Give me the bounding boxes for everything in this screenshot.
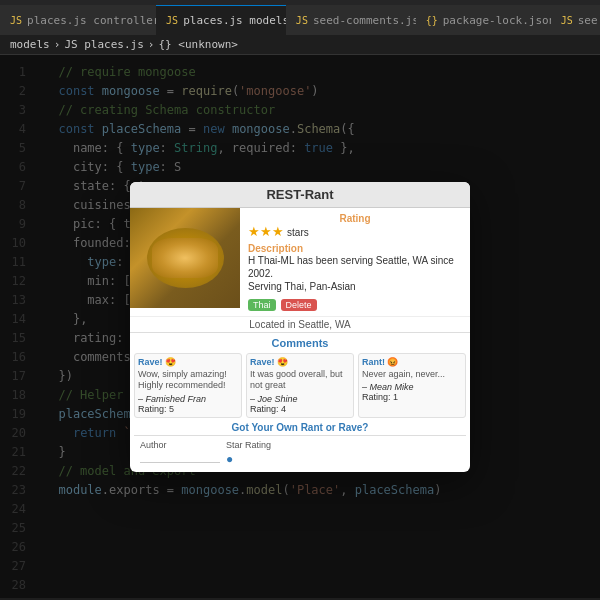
comment-rating: Rating: 4 [250,404,350,414]
breadcrumb-part: models [10,38,50,51]
comment-rating: Rating: 1 [362,392,462,402]
comments-section: Comments Rave! 😍 Wow, simply amazing! Hi… [130,332,470,472]
comments-row: Rave! 😍 Wow, simply amazing! Highly reco… [134,353,466,418]
author-field: Author [140,440,220,466]
tab-package-lock[interactable]: {} package-lock.json ✕ [416,5,551,35]
tab-label: places.js controllers [27,14,166,27]
modal-info: Rating ★★★ stars Description H Thai-ML h… [240,208,470,316]
tag-thai[interactable]: Thai [248,299,276,311]
star-rating-label: Star Rating [226,440,271,450]
js-icon: JS [166,15,178,26]
js-icon: JS [296,15,308,26]
tags-row: Thai Delete [248,296,462,311]
stars-display: ★★★ stars [248,224,462,239]
comment-text: Never again, never... [362,369,462,381]
comment-header: Rave! 😍 [250,357,350,367]
comment-label: Comment [140,470,460,472]
comment-text: Wow, simply amazing! Highly recommended! [138,369,238,392]
author-label: Author [140,440,220,450]
comment-author: – Famished Fran [138,394,238,404]
comment-card-3: Rant! 😡 Never again, never... – Mean Mik… [358,353,466,418]
rating-label: Rating [248,213,462,224]
comment-card-1: Rave! 😍 Wow, simply amazing! Highly reco… [134,353,242,418]
tag-delete[interactable]: Delete [281,299,317,311]
cuisine-text: Serving Thai, Pan-Asian [248,280,462,293]
location-text: Located in Seattle, WA [130,316,470,332]
modal: REST-Rant Rating ★★★ stars Description H… [130,182,470,472]
breadcrumb-part: {} <unknown> [158,38,237,51]
add-comment-section: Author Star Rating ● Comment Add Comment [134,435,466,472]
tab-label: seed-comments.js [313,14,419,27]
description-text: H Thai-ML has been serving Seattle, WA s… [248,254,462,280]
modal-overlay: REST-Rant Rating ★★★ stars Description H… [0,55,600,598]
comment-author: – Joe Shine [250,394,350,404]
modal-top-section: Rating ★★★ stars Description H Thai-ML h… [130,208,470,316]
comment-card-2: Rave! 😍 It was good overall, but not gre… [246,353,354,418]
json-icon: {} [426,15,438,26]
tab-places-models[interactable]: JS places.js models ✕ [156,5,286,35]
modal-title: REST-Rant [130,182,470,208]
comments-title: Comments [134,337,466,349]
js-icon: JS [561,15,573,26]
tab-seed-comments[interactable]: JS seed-comments.js ✕ [286,5,416,35]
tab-label: places.js models [183,14,289,27]
stars-text: stars [287,227,309,238]
modal-body: Rating ★★★ stars Description H Thai-ML h… [130,208,470,472]
comment-text: It was good overall, but not great [250,369,350,392]
code-area: 12345 678910 1112131415 1617181920 21222… [0,55,600,598]
comment-header: Rave! 😍 [138,357,238,367]
js-icon: JS [10,15,22,26]
description-label: Description [248,243,462,254]
comment-rating: Rating: 5 [138,404,238,414]
restaurant-image [130,208,240,308]
tab-bar: JS places.js controllers ✕ JS places.js … [0,0,600,35]
breadcrumb: models › JS places.js › {} <unknown> [0,35,600,55]
star-rating-input[interactable]: ● [226,452,271,466]
breadcrumb-part: JS places.js [64,38,143,51]
tab-label: package-lock.json [443,14,556,27]
tab-places-controllers[interactable]: JS places.js controllers ✕ [0,5,156,35]
add-comment-row: Author Star Rating ● [140,440,460,466]
tab-js-see[interactable]: JS see [551,5,600,35]
got-rant-text: Got Your Own Rant or Rave? [134,422,466,433]
tab-label: see [578,14,598,27]
comment-header: Rant! 😡 [362,357,462,367]
star-rating-field: Star Rating ● [226,440,271,466]
comment-author: – Mean Mike [362,382,462,392]
star-icons: ★★★ [248,224,284,239]
author-input[interactable] [140,452,220,463]
food-photo [130,208,240,308]
